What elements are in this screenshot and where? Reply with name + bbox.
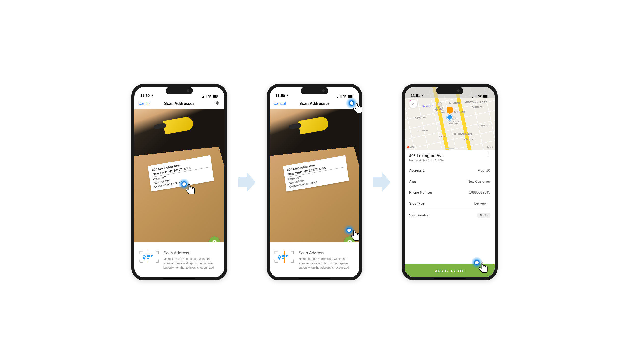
more-options-button[interactable]: ⋮	[486, 154, 490, 155]
svg-rect-6	[218, 95, 218, 97]
map-street-label: E 40TH ST	[464, 138, 475, 140]
map-poi-icon	[437, 102, 442, 106]
detail-row-duration[interactable]: Visit Duration 5 min	[409, 209, 490, 222]
camera-icon	[212, 239, 217, 242]
map-street-label: E 42ND ST	[478, 124, 490, 127]
flash-toggle-button[interactable]	[215, 100, 220, 106]
result-title: 405 Lexington Ave	[409, 154, 444, 158]
scan-panel-title: Scan Address	[299, 251, 354, 256]
add-to-route-button[interactable]: ADD TO ROUTE	[405, 264, 495, 277]
camera-viewport[interactable]: 405 Lexington Ave New York, NY 10174, US…	[134, 109, 224, 242]
chevron-down-icon	[488, 202, 490, 205]
flow-arrow-icon	[237, 172, 257, 192]
detail-value: New Customer	[467, 180, 490, 183]
map-street-label: E 43RD ST	[417, 129, 428, 132]
svg-rect-29	[282, 258, 284, 259]
map-street-label: E 44TH ST	[471, 106, 482, 108]
cancel-button[interactable]: Cancel	[138, 101, 156, 106]
notch	[301, 87, 328, 94]
home-indicator[interactable]	[434, 278, 466, 279]
sheet-drag-handle[interactable]	[445, 148, 454, 149]
result-sheet: 405 Lexington Ave New York, NY 10174, US…	[405, 150, 495, 277]
phone-frame-3: 11:51 MIDTOWN EAST E 44TH ST E 42ND ST E…	[402, 84, 497, 280]
svg-rect-19	[341, 95, 342, 98]
wifi-icon	[478, 95, 482, 98]
svg-rect-38	[488, 95, 488, 97]
flash-toggle-button[interactable]	[350, 100, 355, 106]
location-arrow-icon	[151, 94, 154, 97]
svg-rect-13	[147, 258, 149, 259]
flow-arrow-icon	[372, 172, 392, 192]
map-close-button[interactable]	[409, 100, 417, 108]
scan-panel-body: Make sure the address fits within the sc…	[163, 257, 219, 270]
nav-title: Scan Addresses	[164, 101, 195, 106]
svg-rect-27	[282, 255, 285, 256]
svg-rect-5	[213, 95, 217, 97]
map-poi-label: GRAND CENTRAL TERMINAL	[434, 107, 446, 114]
wifi-icon	[343, 95, 347, 98]
phone-frame-2: 11:50 Cancel Scan Addresses	[267, 84, 362, 280]
detail-row-phone[interactable]: Phone Number 18885529045	[409, 187, 490, 198]
svg-rect-2	[205, 95, 205, 98]
map-street-label: E 41ST ST	[439, 135, 450, 138]
svg-rect-15	[151, 257, 152, 257]
stop-type-dropdown[interactable]: Delivery	[474, 201, 490, 205]
svg-rect-11	[147, 255, 150, 256]
map-poi-label: SUMMIT ●	[422, 104, 433, 107]
map-legal-link[interactable]: Legal	[487, 146, 493, 148]
svg-rect-18	[340, 95, 340, 98]
map-street-label: E 46TH ST	[449, 102, 460, 104]
svg-point-26	[278, 256, 281, 258]
nav-bar: Cancel Scan Addresses	[134, 98, 224, 109]
detail-row-alias[interactable]: Alias New Customer	[409, 176, 490, 187]
svg-rect-1	[203, 96, 204, 98]
duration-pill[interactable]: 5 min	[477, 213, 490, 218]
signal-icon	[337, 95, 342, 98]
map-user-location-icon	[447, 114, 453, 120]
detail-value: Floor 10	[478, 168, 490, 172]
battery-icon	[483, 95, 489, 98]
detail-label: Alias	[409, 180, 417, 183]
home-indicator[interactable]	[299, 278, 330, 279]
scan-instructions-panel: Scan Address Make sure the address fits …	[270, 242, 359, 277]
nav-bar: Cancel Scan Addresses	[270, 98, 359, 109]
svg-rect-14	[151, 255, 153, 256]
phone-frame-1: 11:50 Cancel Scan Addresses	[132, 84, 227, 280]
svg-rect-28	[282, 257, 285, 257]
svg-rect-34	[475, 95, 476, 98]
location-arrow-icon	[286, 94, 289, 97]
svg-rect-21	[348, 95, 352, 97]
cancel-button[interactable]: Cancel	[274, 101, 291, 106]
scan-panel-title: Scan Address	[163, 251, 219, 256]
camera-viewport[interactable]: 405 Lexington Ave New York, NY 10174, US…	[270, 109, 359, 242]
camera-icon	[347, 239, 352, 242]
svg-rect-22	[353, 95, 353, 97]
signal-icon	[472, 95, 477, 98]
detail-row-stop-type[interactable]: Stop Type Delivery	[409, 198, 490, 209]
svg-rect-31	[286, 257, 287, 257]
svg-point-24	[349, 242, 350, 242]
status-time: 11:50	[140, 93, 150, 98]
svg-point-10	[143, 256, 146, 258]
svg-rect-37	[483, 95, 487, 97]
scan-frame-icon	[139, 251, 159, 263]
detail-label: Visit Duration	[409, 213, 430, 217]
detail-label: Stop Type	[409, 201, 425, 205]
detail-label: Phone Number	[409, 190, 432, 194]
notch	[166, 87, 193, 94]
home-indicator[interactable]	[163, 278, 195, 279]
scan-panel-body: Make sure the address fits within the sc…	[299, 257, 354, 270]
svg-rect-35	[476, 95, 477, 98]
signal-icon	[202, 95, 207, 98]
battery-icon	[212, 95, 218, 98]
detail-row-address2[interactable]: Address 2 Floor 10	[409, 165, 490, 176]
status-time: 11:50	[275, 93, 285, 98]
scan-instructions-panel: Scan Address Make sure the address fits …	[134, 242, 224, 277]
battery-icon	[348, 95, 354, 98]
wifi-icon	[208, 95, 212, 98]
location-arrow-icon	[421, 94, 424, 97]
scan-frame-icon	[275, 251, 294, 263]
map-pin-icon	[447, 107, 453, 113]
status-time: 11:51	[411, 93, 420, 98]
svg-rect-12	[147, 257, 150, 257]
